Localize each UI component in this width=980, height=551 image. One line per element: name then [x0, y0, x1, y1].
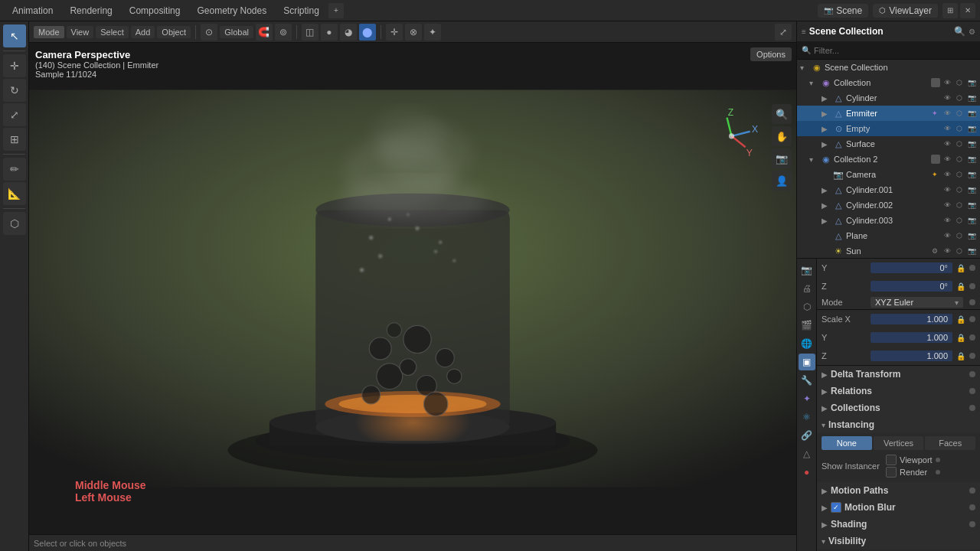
viewport-mode-selector[interactable]: Mode	[34, 26, 64, 38]
tree-item-surface[interactable]: ▶ △ Surface 👁 ⬡ 📷	[797, 136, 980, 152]
render-icon[interactable]: 📷	[966, 184, 977, 195]
viewport-icon[interactable]: ⬡	[954, 139, 965, 149]
instancing-none-button[interactable]: None	[822, 436, 872, 450]
physics-props-icon[interactable]: ⚛	[799, 409, 815, 425]
tree-item-cylinder001[interactable]: ▶ △ Cylinder.001 👁 ⬡ 📷	[797, 182, 980, 197]
viewport-icon[interactable]: ⬡	[954, 108, 965, 119]
scale-x-lock-icon[interactable]: 🔒	[956, 315, 966, 324]
visibility-eye-icon[interactable]: 👁	[942, 123, 952, 134]
render-icon[interactable]: 📷	[966, 215, 977, 226]
snap-icon[interactable]: 🧲	[256, 24, 273, 41]
render-icon[interactable]: 📷	[966, 93, 977, 103]
visibility-eye-icon[interactable]: 👁	[942, 184, 952, 195]
render-mode-icon[interactable]: ⬤	[359, 24, 376, 41]
transform-space-selector[interactable]: Global	[220, 26, 253, 38]
particle-icon[interactable]: ✦	[929, 169, 940, 180]
pivot-point-icon[interactable]: ⊙	[201, 24, 217, 41]
tree-item-plane[interactable]: △ Plane 👁 ⬡ 📷	[797, 228, 980, 243]
tree-item-cylinder[interactable]: ▶ △ Cylinder 👁 ⬡ 📷	[797, 90, 980, 106]
instancing-faces-button[interactable]: Faces	[925, 436, 975, 450]
scale-tool[interactable]: ⤢	[3, 103, 26, 126]
view-layer-props-icon[interactable]: ⬡	[799, 298, 815, 315]
shading-header[interactable]: ▶ Shading	[817, 516, 980, 533]
viewport-icon[interactable]: ⬡	[954, 93, 965, 103]
render-checkbox[interactable]	[886, 467, 897, 478]
instancing-header[interactable]: ▾ Instancing	[817, 416, 980, 433]
outliner-menu-icon[interactable]: ≡	[802, 28, 806, 36]
tree-item-emmiter[interactable]: ▶ △ Emmiter ✦ 👁 ⬡ 📷	[797, 106, 980, 121]
render-icon[interactable]: 📷	[966, 77, 977, 88]
outliner-options-icon[interactable]: ⚙	[969, 28, 975, 36]
tree-item-sun[interactable]: ☀ Sun ⚙ 👁 ⬡ 📷	[797, 243, 980, 258]
rotation-z-lock-icon[interactable]: 🔒	[956, 282, 966, 291]
motion-paths-header[interactable]: ▶ Motion Paths	[817, 482, 980, 499]
solid-mode-icon[interactable]: ●	[321, 24, 338, 41]
cursor-tool[interactable]: ↖	[3, 24, 26, 47]
tree-item-collection[interactable]: ▾ ◉ Collection 👁 ⬡ 📷	[797, 75, 980, 90]
rotation-mode-value[interactable]: XYZ Euler ▾	[871, 297, 963, 308]
visibility-eye-icon[interactable]: 👁	[942, 154, 952, 165]
visibility-eye-icon[interactable]: 👁	[942, 246, 952, 256]
viewport-checkbox[interactable]	[886, 455, 897, 465]
render-denoising-icon[interactable]: ✦	[424, 24, 441, 41]
visibility-eye-icon[interactable]: 👁	[942, 139, 952, 149]
viewport-canvas[interactable]: X Z Y Camera Perspective (140) Scene Col…	[29, 43, 796, 534]
material-props-icon[interactable]: ●	[799, 464, 815, 481]
viewport-icon[interactable]: ⬡	[954, 215, 965, 226]
tree-item-camera[interactable]: 📷 Camera ✦ 👁 ⬡ 📷	[797, 167, 980, 182]
render-icon[interactable]: 📷	[966, 154, 977, 165]
rotation-y-value[interactable]: 0°	[871, 262, 952, 273]
add-object-tool[interactable]: ⬡	[3, 212, 26, 235]
scale-x-value[interactable]: 1.000	[871, 314, 952, 324]
rotate-tool[interactable]: ↻	[3, 79, 26, 102]
move-tool[interactable]: ✛	[3, 54, 26, 77]
particle-icon[interactable]: ✦	[929, 108, 940, 119]
scale-y-lock-icon[interactable]: 🔒	[956, 334, 966, 342]
measure-tool[interactable]: 📐	[3, 182, 26, 205]
relations-header[interactable]: ▶ Relations	[817, 383, 980, 399]
render-icon[interactable]: 📷	[966, 139, 977, 149]
viewport-icon[interactable]: ⬡	[954, 200, 965, 210]
tab-compositing[interactable]: Compositing	[122, 4, 188, 18]
viewport-select-menu[interactable]: Select	[96, 26, 129, 38]
scene-props-icon[interactable]: 🎬	[799, 317, 815, 334]
render-icon[interactable]: 📷	[966, 230, 977, 241]
xray-icon[interactable]: ◫	[302, 24, 318, 41]
scene-selector[interactable]: 📷 Scene	[818, 4, 868, 18]
visibility-eye-icon[interactable]: 👁	[942, 169, 952, 180]
scale-y-value[interactable]: 1.000	[871, 332, 952, 343]
viewport-icon[interactable]: ⬡	[954, 77, 965, 88]
rotation-z-value[interactable]: 0°	[871, 281, 952, 292]
motion-blur-checkbox[interactable]: ✓	[831, 502, 841, 513]
viewport-hand-icon[interactable]: ✋	[772, 126, 792, 146]
viewport-icon[interactable]: ⬡	[954, 154, 965, 165]
fullscreen-icon[interactable]: ⤢	[775, 24, 792, 41]
motion-blur-header[interactable]: ▶ ✓ Motion Blur	[817, 499, 980, 516]
tree-item-scene-collection[interactable]: ▾ ◉ Scene Collection	[797, 60, 980, 75]
tree-item-empty[interactable]: ▶ ⊙ Empty 👁 ⬡ 📷	[797, 121, 980, 136]
outliner-search-input[interactable]	[814, 46, 975, 55]
viewport-object-menu[interactable]: Object	[157, 26, 191, 38]
viewport-camera-icon[interactable]: 📷	[772, 148, 792, 168]
render-icon[interactable]: 📷	[966, 108, 977, 119]
viewport-icon[interactable]: ⬡	[954, 123, 965, 134]
rotation-y-lock-icon[interactable]: 🔒	[956, 264, 966, 272]
render-props-icon[interactable]: 📷	[799, 262, 815, 279]
new-scene-icon[interactable]: ⊞	[942, 3, 958, 18]
light-settings-icon[interactable]: ⚙	[929, 246, 940, 256]
add-workspace-button[interactable]: +	[328, 3, 344, 18]
world-props-icon[interactable]: 🌐	[799, 335, 815, 352]
tree-item-cylinder003[interactable]: ▶ △ Cylinder.003 👁 ⬡ 📷	[797, 213, 980, 228]
visibility-eye-icon[interactable]: 👁	[942, 77, 952, 88]
collections-header[interactable]: ▶ Collections	[817, 399, 980, 416]
exclude-checkbox[interactable]	[931, 78, 940, 87]
exclude-checkbox[interactable]	[931, 155, 940, 164]
visibility-eye-icon[interactable]: 👁	[942, 200, 952, 210]
show-gizmo-icon[interactable]: ✛	[386, 24, 403, 41]
show-overlays-icon[interactable]: ⊗	[405, 24, 422, 41]
tab-geometry-nodes[interactable]: Geometry Nodes	[189, 4, 274, 18]
visibility-header[interactable]: ▾ Visibility	[817, 533, 980, 549]
tab-rendering[interactable]: Rendering	[62, 4, 119, 18]
visibility-eye-icon[interactable]: 👁	[942, 108, 952, 119]
output-props-icon[interactable]: 🖨	[799, 280, 815, 297]
